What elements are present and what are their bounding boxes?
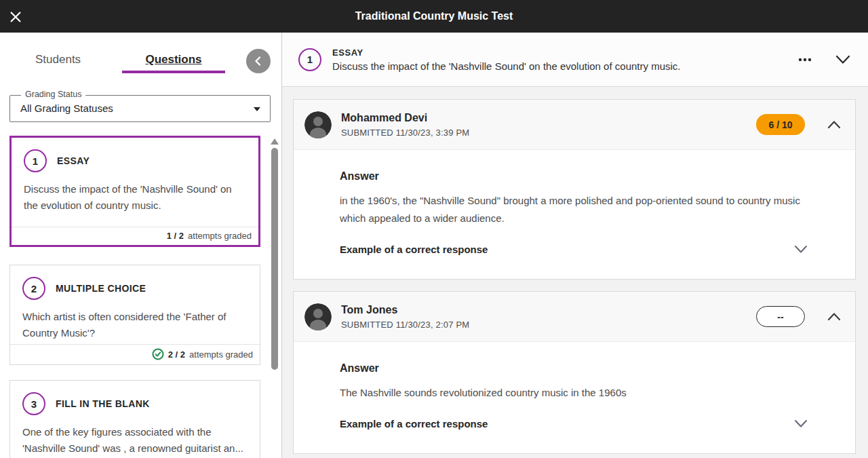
sidebar-scrollbar[interactable] [271,136,279,458]
avatar [304,111,332,138]
question-number-badge: 1 [298,48,321,71]
chevron-down-icon [794,245,808,254]
score-badge[interactable]: 6 / 10 [756,114,805,135]
check-circle-icon [152,348,164,360]
sidebar: Students Questions Grading Status All Gr… [0,33,282,458]
question-text: One of the key figures associated with t… [22,424,248,457]
answer-text: The Nashville sounds revolutionized coun… [340,384,808,402]
submission-header[interactable]: Mohammed Devi SUBMITTED 11/30/23, 3:39 P… [294,100,855,150]
question-number-badge: 3 [22,392,45,415]
submission-header[interactable]: Tom Jones SUBMITTED 11/30/23, 2:07 PM -- [294,292,855,342]
question-type-label: MULTIPLE CHOICE [56,283,146,294]
more-options-icon[interactable] [796,51,814,69]
grading-status-label: Grading Status [21,90,85,99]
score-badge[interactable]: -- [756,306,805,327]
question-type-label: FILL IN THE BLANK [56,398,150,409]
collapse-question-chevron-down-icon[interactable] [834,51,852,69]
grading-status-value: All Grading Statuses [20,102,113,114]
question-text: Discuss the impact of the 'Nashville Sou… [24,181,246,214]
active-tab-underline [122,71,225,73]
answer-label: Answer [340,362,808,375]
question-card-multiple-choice[interactable]: 2 MULTIPLE CHOICE Which artist is often … [9,265,260,365]
submitted-timestamp: SUBMITTED 11/30/23, 2:07 PM [341,320,469,330]
question-type-label: ESSAY [57,155,90,166]
grading-status-select[interactable]: Grading Status All Grading Statuses [9,95,271,122]
student-name: Tom Jones [341,304,469,316]
answer-text: in the 1960's, the "Nashville Sound" bro… [340,192,808,227]
page-title: Traditional Country Music Test [0,10,868,22]
tab-students[interactable]: Students [35,53,81,66]
question-number-badge: 2 [22,277,45,300]
question-card-essay[interactable]: 1 ESSAY Discuss the impact of the 'Nashv… [9,136,260,247]
example-response-label: Example of a correct response [340,244,488,255]
collapse-panel-button[interactable] [246,49,271,73]
question-header: 1 ESSAY Discuss the impact of the 'Nashv… [282,33,868,87]
attempts-graded-status: 2 / 2attempts graded [10,344,260,364]
submitted-timestamp: SUBMITTED 11/30/23, 3:39 PM [341,128,469,138]
chevron-down-icon [794,419,808,428]
scrollbar-thumb[interactable] [271,148,278,370]
submission-card: Mohammed Devi SUBMITTED 11/30/23, 3:39 P… [293,99,856,280]
answer-label: Answer [340,170,808,183]
caret-down-icon [254,107,260,111]
scroll-up-arrow-icon[interactable] [271,138,279,145]
top-bar: Traditional Country Music Test [0,0,868,33]
submission-card: Tom Jones SUBMITTED 11/30/23, 2:07 PM --… [293,291,856,454]
example-response-label: Example of a correct response [340,418,488,430]
attempts-graded-status: 1 / 2attempts graded [12,227,258,245]
example-response-toggle[interactable]: Example of a correct response [340,244,808,255]
main-panel: 1 ESSAY Discuss the impact of the 'Nashv… [282,33,868,458]
question-number-badge: 1 [24,149,47,172]
example-response-toggle[interactable]: Example of a correct response [340,418,808,430]
question-card-fill-in-the-blank[interactable]: 3 FILL IN THE BLANK One of the key figur… [9,380,260,458]
collapse-submission-chevron-up-icon[interactable] [825,116,843,134]
avatar [304,303,332,330]
question-text: Which artist is often considered the 'Fa… [22,309,248,341]
student-name: Mohammed Devi [341,112,469,124]
question-type-label: ESSAY [332,47,681,58]
question-text: Discuss the impact of the 'Nashville Sou… [332,60,681,72]
tab-questions[interactable]: Questions [122,53,225,66]
collapse-submission-chevron-up-icon[interactable] [825,308,843,326]
chevron-left-icon [253,56,264,66]
